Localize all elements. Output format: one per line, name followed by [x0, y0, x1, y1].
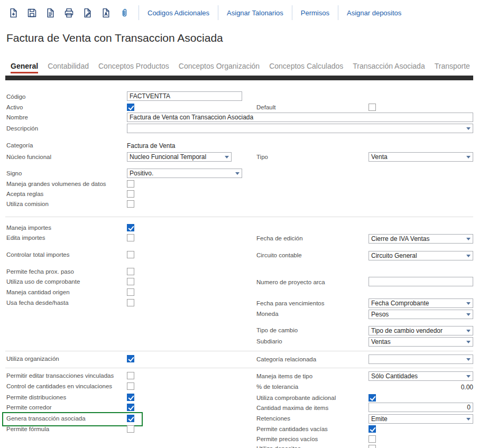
maneja-grandes-volumenes-label: Maneja grandes volumenes de datos: [6, 181, 106, 187]
categoria-label: Categoría: [6, 142, 33, 148]
circuito-contable-select[interactable]: Circuito General: [369, 251, 473, 260]
permitir-editar-transacciones-checkbox[interactable]: [127, 372, 134, 379]
fecha-vencimientos-value: Fecha Comprobante: [369, 300, 466, 307]
retenciones-value: Emite: [369, 415, 466, 423]
permite-formula-checkbox[interactable]: [127, 425, 134, 433]
signo-value: Positivo.: [127, 170, 235, 177]
chevron-down-icon: [466, 375, 471, 378]
copy-document-icon[interactable]: [42, 5, 58, 21]
permite-precios-vacios-label: Permite precios vacíos: [256, 436, 318, 442]
attachment-icon[interactable]: [116, 5, 132, 21]
usa-fecha-desde-hasta-label: Usa fecha desde/hasta: [6, 300, 69, 306]
maneja-items-tipo-select[interactable]: Sólo Cantidades: [369, 371, 473, 381]
utiliza-organizacion-checkbox[interactable]: [127, 355, 134, 362]
utiliza-comision-checkbox[interactable]: [127, 200, 134, 208]
permite-distribuciones-label: Permite distribuciones: [6, 394, 66, 400]
tipo-label: Tipo: [256, 154, 268, 160]
codigo-label: Código: [6, 94, 25, 100]
tab-contabilidad[interactable]: Contabilidad: [48, 62, 89, 73]
link-codigos-adicionales[interactable]: Codigos Adicionales: [143, 9, 214, 17]
link-permisos[interactable]: Permisos: [296, 9, 334, 17]
edit-document-icon[interactable]: [79, 5, 95, 21]
fecha-vencimientos-select[interactable]: Fecha Comprobante: [369, 298, 473, 308]
fecha-edicion-select[interactable]: Cierre de IVA Ventas: [369, 234, 473, 244]
section-divider-bar: [5, 76, 473, 80]
tab-general[interactable]: General: [11, 62, 38, 73]
nombre-label: Nombre: [6, 114, 28, 120]
cantidad-maxima-items-input[interactable]: [369, 403, 473, 412]
subdiario-select[interactable]: Ventas: [369, 337, 473, 347]
categoria-relacionada-select[interactable]: [369, 354, 473, 364]
controlar-total-importes-label: Controlar total importes: [6, 251, 70, 258]
nucleo-funcional-select[interactable]: Nucleo Funcional Temporal: [127, 152, 232, 162]
utiliza-uso-comprobante-checkbox[interactable]: [127, 278, 134, 285]
permite-corredor-checkbox[interactable]: [127, 404, 134, 411]
tab-transporte[interactable]: Transporte: [435, 62, 470, 73]
descripcion-select[interactable]: [127, 124, 473, 133]
toolbar: Codigos Adicionales Asignar Talonarios P…: [0, 0, 488, 25]
numero-proyecto-arca-input[interactable]: [369, 277, 473, 286]
retenciones-select[interactable]: Emite: [369, 414, 473, 424]
acepta-reglas-label: Acepta reglas: [6, 191, 43, 197]
permite-fecha-prox-paso-checkbox[interactable]: [127, 268, 134, 275]
nombre-input[interactable]: [127, 113, 473, 122]
tab-transaccion-asociada[interactable]: Transacción Asociada: [353, 62, 425, 73]
retenciones-label: Retenciones: [256, 415, 290, 422]
genera-transaccion-asociada-checkbox[interactable]: [127, 415, 134, 422]
codigo-input[interactable]: [127, 91, 242, 101]
maneja-grandes-volumenes-checkbox[interactable]: [127, 180, 134, 188]
tab-conceptos-productos[interactable]: Conceptos Productos: [98, 62, 169, 73]
permite-formula-label: Permite fórmula: [6, 426, 49, 432]
tab-conceptos-organizacion[interactable]: Conceptos Organización: [179, 62, 260, 73]
activo-checkbox[interactable]: [127, 104, 134, 111]
circuito-contable-label: Circuito contable: [256, 252, 302, 258]
nucleo-funcional-value: Nucleo Funcional Temporal: [127, 153, 225, 161]
categoria-value: Factura de Venta: [127, 142, 175, 150]
tipo-cambio-value: Tipo de cambio vendedor: [369, 327, 466, 334]
chevron-down-icon: [466, 418, 471, 421]
subdiario-label: Subdiario: [256, 338, 282, 344]
divider: [5, 368, 473, 368]
save-icon[interactable]: [24, 5, 40, 21]
controlar-total-importes-checkbox[interactable]: [127, 251, 134, 258]
divider: [5, 351, 473, 351]
usa-fecha-desde-hasta-checkbox[interactable]: [127, 299, 134, 306]
signo-select[interactable]: Positivo.: [127, 169, 242, 178]
maneja-cantidad-origen-label: Maneja cantidad origen: [6, 289, 70, 295]
print-icon[interactable]: [61, 5, 77, 21]
maneja-cantidad-origen-checkbox[interactable]: [127, 288, 134, 296]
control-cantidades-checkbox[interactable]: [127, 382, 134, 390]
font-document-icon[interactable]: [98, 5, 114, 21]
maneja-importes-checkbox[interactable]: [127, 224, 134, 231]
maneja-importes-label: Maneja importes: [6, 225, 51, 231]
toolbar-separator: [218, 5, 218, 20]
default-checkbox[interactable]: [369, 104, 376, 111]
chevron-down-icon: [466, 302, 471, 305]
chevron-down-icon: [466, 127, 471, 130]
utiliza-uso-comprobante-label: Utiliza uso de comprobante: [6, 278, 80, 285]
permite-precios-vacios-checkbox[interactable]: [369, 435, 376, 443]
toolbar-separator: [139, 5, 139, 20]
permite-cantidades-vacias-label: Permite cantidades vacías: [256, 426, 328, 432]
edita-importes-checkbox[interactable]: [127, 234, 134, 241]
tab-conceptos-calculados[interactable]: Conceptos Calculados: [269, 62, 343, 73]
chevron-down-icon: [466, 358, 471, 361]
toolbar-separator: [292, 5, 292, 20]
link-asignar-talonarios[interactable]: Asignar Talonarios: [222, 9, 288, 17]
new-document-icon[interactable]: [5, 5, 21, 21]
chevron-down-icon: [466, 341, 471, 343]
divider: [5, 217, 473, 217]
acepta-reglas-checkbox[interactable]: [127, 190, 134, 198]
moneda-select[interactable]: Pesos: [369, 310, 473, 319]
tipo-cambio-select[interactable]: Tipo de cambio vendedor: [369, 326, 473, 335]
tipo-cambio-label: Tipo de cambio: [256, 327, 298, 333]
utiliza-depositos-checkbox[interactable]: [369, 445, 376, 448]
permite-distribuciones-checkbox[interactable]: [127, 394, 134, 401]
permite-cantidades-vacias-checkbox[interactable]: [369, 425, 376, 433]
tipo-select[interactable]: Venta: [369, 152, 473, 162]
link-asignar-depositos[interactable]: Asignar depositos: [342, 9, 406, 17]
chevron-down-icon: [225, 156, 229, 158]
utiliza-comprobante-adicional-checkbox[interactable]: [369, 394, 376, 402]
chevron-down-icon: [466, 313, 471, 316]
categoria-relacionada-label: Categoría relacionada: [256, 356, 316, 362]
